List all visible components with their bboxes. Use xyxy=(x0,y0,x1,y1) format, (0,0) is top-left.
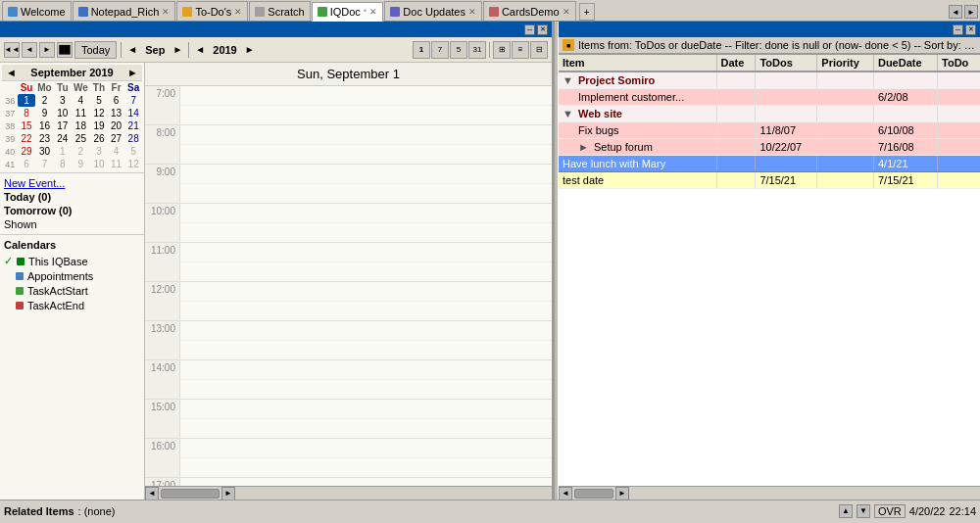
col-item[interactable]: Item xyxy=(559,55,716,71)
calendar-day[interactable]: 22 xyxy=(18,132,35,145)
table-row[interactable]: Have lunch with Mary 4/1/21 xyxy=(559,156,980,172)
table-row[interactable]: Fix bugs 11/8/07 6/10/08 xyxy=(559,122,980,139)
calendar-item-appointments[interactable]: Appointments xyxy=(4,270,140,282)
table-row[interactable]: Implement customer... 6/2/08 xyxy=(559,89,980,106)
time-slot[interactable] xyxy=(179,321,552,359)
tab-cardsdemo[interactable]: CardsDemo ✕ xyxy=(483,1,576,21)
hscroll-right-btn[interactable]: ► xyxy=(221,487,235,500)
day-body[interactable]: 7:008:009:0010:0011:0012:0013:0014:0015:… xyxy=(145,86,552,486)
calendar-day[interactable]: 30 xyxy=(35,145,54,158)
prev-prev-btn[interactable]: ◄◄ xyxy=(4,42,20,58)
calendar-day[interactable]: 3 xyxy=(54,94,72,107)
col-todo[interactable]: ToDo xyxy=(938,55,980,71)
calendar-day[interactable]: 21 xyxy=(124,119,142,132)
tab-welcome[interactable]: Welcome xyxy=(2,1,72,21)
group-toggle[interactable]: ▼ xyxy=(563,74,573,86)
calendar-day[interactable]: 10 xyxy=(90,158,108,170)
time-slot[interactable] xyxy=(179,282,552,320)
calendar-day[interactable]: 9 xyxy=(72,158,91,170)
calendar-day[interactable]: 27 xyxy=(108,132,125,145)
calendar-day[interactable]: 13 xyxy=(108,107,125,119)
view-workweek-btn[interactable]: 5 xyxy=(450,41,467,59)
items-panel-minimize[interactable]: ─ xyxy=(953,24,963,35)
hscroll-thumb[interactable] xyxy=(161,489,220,499)
calendar-day[interactable]: 19 xyxy=(90,119,108,132)
calendar-day[interactable]: 14 xyxy=(124,107,142,119)
tab-scroll-left[interactable]: ◄ xyxy=(949,5,962,19)
time-slot[interactable] xyxy=(179,360,552,399)
items-hscroll[interactable]: ◄ ► xyxy=(559,486,980,499)
row-toggle[interactable]: ► xyxy=(578,141,589,153)
calendar-day[interactable]: 1 xyxy=(54,145,72,158)
cal-month-nav[interactable]: Sep xyxy=(141,44,169,56)
calendar-day[interactable]: 4 xyxy=(72,94,91,107)
tab-cardsdemo-close[interactable]: ✕ xyxy=(563,7,570,17)
calendar-item-taskactend[interactable]: TaskActEnd xyxy=(4,300,140,311)
calendar-day[interactable]: 11 xyxy=(72,107,91,119)
tab-iqdoc[interactable]: IQDoc * ✕ xyxy=(312,2,384,22)
time-slot[interactable] xyxy=(179,400,552,438)
tab-iqdoc-close[interactable]: ✕ xyxy=(369,7,377,17)
view-list-btn[interactable]: ≡ xyxy=(512,41,529,59)
view-month-btn[interactable]: 31 xyxy=(468,41,486,59)
today-button[interactable]: Today xyxy=(74,41,117,59)
calendar-day[interactable]: 7 xyxy=(35,158,54,170)
today-events[interactable]: Today (0) xyxy=(4,191,140,203)
tab-scroll-right[interactable]: ► xyxy=(964,5,978,19)
forward-arrow2[interactable]: ► xyxy=(243,44,257,55)
cal-year-nav[interactable]: 2019 xyxy=(209,44,240,56)
calendar-day[interactable]: 8 xyxy=(18,107,35,119)
calendar-day[interactable]: 9 xyxy=(35,107,54,119)
calendar-day[interactable]: 12 xyxy=(124,158,142,170)
tab-todos-close[interactable]: ✕ xyxy=(234,7,242,17)
calendar-day[interactable]: 2 xyxy=(35,94,54,107)
view-day-btn[interactable]: 1 xyxy=(413,41,430,59)
calendar-day[interactable]: 11 xyxy=(108,158,125,170)
calendar-day[interactable]: 17 xyxy=(54,119,72,132)
col-duedate[interactable]: DueDate xyxy=(873,55,937,71)
day-hscroll[interactable]: ◄ ► xyxy=(145,486,552,499)
mini-cal-prev[interactable]: ◄ xyxy=(6,67,17,78)
view-split-btn[interactable]: ⊟ xyxy=(530,41,548,59)
table-row[interactable]: ▼ Web site xyxy=(559,106,980,122)
calendar-day[interactable]: 24 xyxy=(54,132,72,145)
items-hscroll-thumb[interactable] xyxy=(574,489,613,499)
tab-docupdates-close[interactable]: ✕ xyxy=(468,7,476,17)
calendar-day[interactable]: 29 xyxy=(18,145,35,158)
mini-cal-next[interactable]: ► xyxy=(127,67,138,78)
calendar-day[interactable]: 4 xyxy=(108,145,125,158)
tab-todos[interactable]: To-Do's ✕ xyxy=(176,1,248,21)
calendar-item-iqbase[interactable]: ✓ This IQBase xyxy=(4,255,140,267)
calendar-day[interactable]: 12 xyxy=(90,107,108,119)
calendar-day[interactable]: 25 xyxy=(72,132,91,145)
calendar-day[interactable]: 6 xyxy=(18,158,35,170)
time-slot[interactable] xyxy=(179,478,552,486)
calendar-day[interactable]: 2 xyxy=(72,145,91,158)
items-table-container[interactable]: Item Date ToDos Priority DueDate ToDo ▼ … xyxy=(559,55,980,486)
view-week-btn[interactable]: 7 xyxy=(431,41,449,59)
tab-notepad[interactable]: Notepad_Rich ✕ xyxy=(73,1,176,21)
calendar-day[interactable]: 3 xyxy=(90,145,108,158)
panel-minimize-btn[interactable]: ─ xyxy=(524,24,535,35)
items-panel-close[interactable]: ✕ xyxy=(965,24,976,35)
panel-close-btn[interactable]: ✕ xyxy=(537,24,548,35)
table-row[interactable]: ► Setup forum 10/22/07 7/16/08 xyxy=(559,139,980,156)
items-hscroll-left[interactable]: ◄ xyxy=(559,487,572,500)
table-row[interactable]: ▼ Project Somiro xyxy=(559,71,980,89)
table-row[interactable]: test date 7/15/21 7/15/21 xyxy=(559,172,980,189)
status-up-btn[interactable]: ▲ xyxy=(839,504,853,518)
tab-notepad-close[interactable]: ✕ xyxy=(162,7,170,17)
tab-scratch[interactable]: Scratch xyxy=(249,1,310,21)
col-priority[interactable]: Priority xyxy=(817,55,874,71)
prev-btn[interactable]: ◄ xyxy=(22,42,37,58)
calendar-day[interactable]: 8 xyxy=(54,158,72,170)
tomorrow-events[interactable]: Tomorrow (0) xyxy=(4,205,140,216)
time-slot[interactable] xyxy=(179,125,552,164)
col-todos[interactable]: ToDos xyxy=(756,55,817,71)
calendar-day[interactable]: 28 xyxy=(124,132,142,145)
new-event-link[interactable]: New Event... xyxy=(4,177,140,189)
next-next-btn[interactable]: ██ xyxy=(57,42,73,58)
time-slot[interactable] xyxy=(179,439,552,477)
next-btn[interactable]: ► xyxy=(39,42,55,58)
time-slot[interactable] xyxy=(179,243,552,281)
